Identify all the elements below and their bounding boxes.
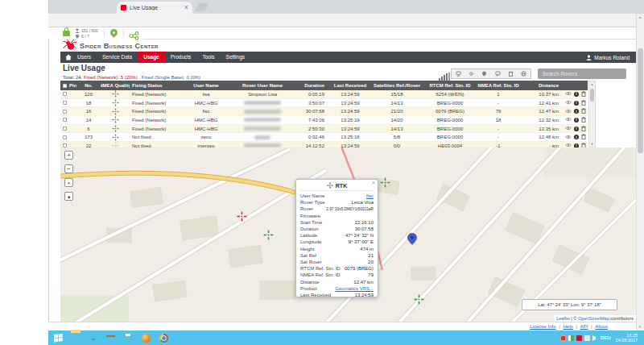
delete-icon[interactable] bbox=[508, 71, 514, 77]
popup-field: User Namefisc bbox=[300, 193, 374, 199]
popup-close-icon[interactable]: × bbox=[372, 180, 375, 185]
trash-icon[interactable] bbox=[581, 91, 586, 98]
map[interactable]: +−×■ × RTK User NamefiscRover TypeLeica … bbox=[60, 148, 636, 322]
table-row[interactable]: 120Fixed (Network)lisaSimpson Lisa0:05:1… bbox=[60, 90, 588, 99]
account-menu[interactable]: Markus Roland bbox=[586, 55, 630, 60]
info-icon[interactable]: i bbox=[574, 135, 579, 139]
message-icon[interactable] bbox=[495, 71, 501, 77]
taskbar-clock[interactable]: 13:25 24.08.2017 bbox=[615, 333, 638, 343]
map-marker-crosshair[interactable] bbox=[414, 293, 424, 308]
full-extent-button[interactable]: ■ bbox=[64, 192, 73, 201]
zoom-out-button[interactable]: − bbox=[64, 164, 73, 173]
satellites: 5/8 bbox=[371, 133, 423, 141]
eye-icon[interactable] bbox=[565, 109, 572, 114]
console-app-icon[interactable] bbox=[89, 333, 99, 343]
row-checkbox[interactable] bbox=[63, 92, 67, 96]
clear-selection-button[interactable]: × bbox=[64, 178, 73, 187]
map-marker-crosshair[interactable] bbox=[263, 229, 274, 243]
zoom-in-button[interactable]: + bbox=[64, 151, 73, 160]
nav-item-settings[interactable]: Settings bbox=[221, 52, 251, 63]
volume-icon[interactable] bbox=[592, 335, 596, 341]
info-icon[interactable]: i bbox=[574, 101, 579, 106]
page-scroll-thumb[interactable] bbox=[638, 48, 643, 153]
remote-app-icon[interactable] bbox=[124, 333, 134, 343]
chrome-icon[interactable] bbox=[159, 333, 170, 343]
archive-app-icon[interactable] bbox=[106, 333, 117, 343]
row-checkbox[interactable] bbox=[63, 135, 67, 139]
list-view-icon[interactable] bbox=[456, 71, 461, 77]
info-icon[interactable]: i bbox=[574, 92, 579, 97]
rtcm-ref-stn-id: BREG-0000 bbox=[423, 116, 477, 124]
page-scroll-up-icon[interactable]: ▲ bbox=[637, 15, 643, 19]
trash-icon[interactable] bbox=[581, 108, 586, 114]
nmea-ref-stn-id: 18 bbox=[477, 116, 519, 124]
table-row[interactable]: 16Fixed (Network)fisc30:07:5813:24:5921/… bbox=[60, 107, 588, 116]
footer-link-api[interactable]: API bbox=[580, 324, 588, 329]
browser-tab[interactable]: Live Usage × bbox=[117, 2, 192, 14]
info-icon[interactable]: i bbox=[574, 127, 579, 131]
table-row[interactable]: 173Not fixedzeno0:02:4613:25:165/8BREG-0… bbox=[60, 133, 588, 142]
popup-field-value[interactable]: fisc bbox=[366, 193, 374, 199]
nav-item-products[interactable]: Products bbox=[165, 52, 197, 63]
firefox-icon[interactable] bbox=[142, 333, 152, 343]
home-icon[interactable] bbox=[65, 54, 72, 60]
trash-icon[interactable] bbox=[581, 100, 586, 106]
osm-link[interactable]: OpenStreetMap bbox=[578, 316, 609, 321]
eye-icon[interactable] bbox=[565, 126, 572, 131]
eye-icon[interactable] bbox=[565, 117, 572, 123]
map-pin-icon[interactable] bbox=[481, 71, 487, 77]
keyboard-language[interactable]: DEU bbox=[601, 335, 611, 340]
nav-item-service-data[interactable]: Service Data bbox=[97, 52, 138, 63]
globe-icon[interactable] bbox=[521, 71, 526, 77]
blurred-name bbox=[244, 118, 281, 122]
info-icon[interactable]: i bbox=[574, 118, 579, 123]
footer-link-about[interactable]: About bbox=[595, 324, 608, 329]
scroll-down-icon[interactable]: ▼ bbox=[589, 141, 595, 147]
page-scroll-down-icon[interactable]: ▼ bbox=[637, 325, 643, 329]
footer-link-license-info[interactable]: License Info bbox=[530, 324, 555, 329]
nav-item-users[interactable]: Users bbox=[72, 52, 97, 63]
user-name: HMC-HBG bbox=[180, 116, 233, 124]
leaflet-link[interactable]: Leaflet bbox=[556, 316, 570, 321]
row-checkbox[interactable] bbox=[63, 118, 67, 122]
tab-close-icon[interactable]: × bbox=[184, 4, 188, 11]
eye-icon[interactable] bbox=[565, 135, 572, 140]
summary-fixed-single[interactable]: Fixed (Single Base): 0 (0%) bbox=[142, 75, 200, 80]
table-row[interactable]: 22Not fixedintergeo14:12:5213:24:590/0HE… bbox=[60, 142, 588, 148]
popup-field-value[interactable]: Geomatics VRS... bbox=[335, 285, 374, 292]
tray-app-icon-2[interactable] bbox=[576, 335, 582, 341]
map-marker-crosshair[interactable] bbox=[380, 177, 390, 191]
distance: 12.35 km bbox=[519, 125, 564, 133]
tray-flag-icon[interactable] bbox=[568, 335, 574, 341]
row-checkbox[interactable] bbox=[63, 101, 67, 105]
nav-item-usage[interactable]: Usage bbox=[138, 52, 165, 63]
new-tab-button[interactable] bbox=[195, 3, 209, 11]
info-icon[interactable]: i bbox=[574, 109, 579, 114]
table-row[interactable]: 18Fixed (Network)HMC-HBG3:50:0713:24:591… bbox=[60, 99, 588, 108]
trash-icon[interactable] bbox=[581, 117, 586, 123]
row-checkbox[interactable] bbox=[63, 110, 67, 114]
scroll-up-icon[interactable]: ▲ bbox=[589, 81, 595, 87]
eye-icon[interactable] bbox=[565, 100, 572, 106]
header-checkbox[interactable] bbox=[63, 84, 67, 88]
eye-icon[interactable] bbox=[565, 91, 572, 97]
map-marker-pin[interactable] bbox=[407, 233, 417, 248]
summary-fixed-network[interactable]: Fixed (Network): 5 (20%) bbox=[84, 75, 138, 80]
search-input[interactable] bbox=[538, 69, 626, 79]
table-row[interactable]: 6Fixed (Network)HMC-HBG2:50:3013:24:5914… bbox=[60, 125, 588, 134]
trash-icon[interactable] bbox=[581, 134, 586, 140]
start-button[interactable] bbox=[54, 334, 64, 343]
nav-item-tools[interactable]: Tools bbox=[196, 52, 220, 63]
file-explorer-icon[interactable] bbox=[71, 333, 81, 343]
map-marker-crosshair[interactable] bbox=[237, 210, 247, 225]
row-checkbox[interactable] bbox=[63, 127, 67, 131]
tray-app-icon-1[interactable] bbox=[560, 335, 566, 341]
row-number: 16 bbox=[76, 107, 101, 115]
row-select-cell bbox=[60, 90, 76, 98]
table-scroll-thumb[interactable] bbox=[590, 89, 594, 102]
crosshair-icon[interactable] bbox=[469, 71, 474, 77]
table-row[interactable]: 14Fixed (Network)HMC-HBG7:43:0613:25:191… bbox=[60, 116, 588, 125]
tray-app-icon-3[interactable] bbox=[584, 335, 590, 341]
trash-icon[interactable] bbox=[581, 126, 586, 132]
footer-link-help[interactable]: Help bbox=[563, 324, 572, 329]
